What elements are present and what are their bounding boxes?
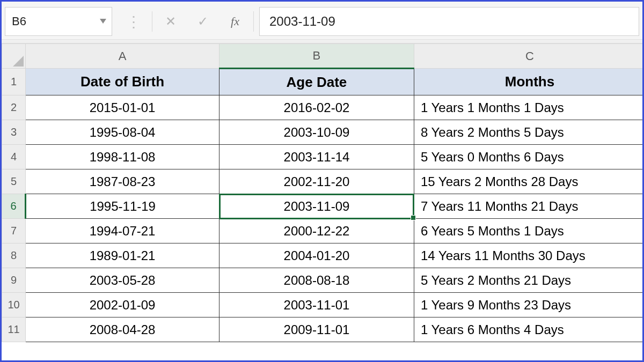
formula-bar-area: B6 ⋮ ✕ ✓ fx 2003-11-09 bbox=[2, 2, 642, 39]
cell-B5[interactable]: 2002-11-20 bbox=[219, 169, 414, 194]
cell-C4[interactable]: 5 Years 0 Months 6 Days bbox=[414, 145, 642, 169]
cell-B10[interactable]: 2003-11-01 bbox=[219, 293, 414, 317]
cell-C6[interactable]: 7 Years 11 Months 21 Days bbox=[414, 194, 642, 219]
cell-A5[interactable]: 1987-08-23 bbox=[26, 169, 219, 194]
app-window: B6 ⋮ ✕ ✓ fx 2003-11-09 bbox=[0, 0, 644, 362]
confirm-icon[interactable]: ✓ bbox=[187, 7, 219, 36]
cell-A11[interactable]: 2008-04-28 bbox=[26, 317, 219, 342]
table-row: 3 1995-08-04 2003-10-09 8 Years 2 Months… bbox=[2, 120, 643, 145]
row-header-9[interactable]: 9 bbox=[2, 268, 26, 293]
cell-C9[interactable]: 5 Years 2 Months 21 Days bbox=[414, 268, 642, 293]
divider bbox=[253, 11, 254, 32]
formula-input-value: 2003-11-09 bbox=[269, 14, 335, 29]
fx-button[interactable]: fx bbox=[219, 7, 251, 36]
header-cell-B1[interactable]: Age Date bbox=[219, 69, 414, 95]
worksheet[interactable]: A B C 1 Date of Birth Age Date Months 2 … bbox=[2, 43, 642, 360]
cell-B11[interactable]: 2009-11-01 bbox=[219, 317, 414, 342]
name-box[interactable]: B6 bbox=[5, 7, 112, 36]
cell-B9[interactable]: 2008-08-18 bbox=[219, 268, 414, 293]
cell-C7[interactable]: 6 Years 5 Months 1 Days bbox=[414, 219, 642, 243]
col-header-C[interactable]: C bbox=[414, 44, 642, 69]
svg-marker-0 bbox=[100, 19, 106, 24]
row-header-7[interactable]: 7 bbox=[2, 219, 26, 243]
col-header-A[interactable]: A bbox=[26, 44, 219, 69]
col-header-B[interactable]: B bbox=[219, 44, 414, 69]
table-row: 6 1995-11-19 2003-11-09 7 Years 11 Month… bbox=[2, 194, 643, 219]
formula-bar: B6 ⋮ ✕ ✓ fx 2003-11-09 bbox=[5, 7, 639, 36]
cell-A6[interactable]: 1995-11-19 bbox=[26, 194, 219, 219]
table-row: 9 2003-05-28 2008-08-18 5 Years 2 Months… bbox=[2, 268, 643, 293]
table-row: 4 1998-11-08 2003-11-14 5 Years 0 Months… bbox=[2, 145, 643, 169]
formula-input[interactable]: 2003-11-09 bbox=[259, 7, 639, 36]
cell-A9[interactable]: 2003-05-28 bbox=[26, 268, 219, 293]
grid: A B C 1 Date of Birth Age Date Months 2 … bbox=[2, 43, 642, 342]
cell-B2[interactable]: 2016-02-02 bbox=[219, 95, 414, 120]
cancel-icon[interactable]: ✕ bbox=[155, 7, 187, 36]
table-row: 7 1994-07-21 2000-12-22 6 Years 5 Months… bbox=[2, 219, 643, 243]
more-icon[interactable]: ⋮ bbox=[118, 7, 150, 36]
row-header-3[interactable]: 3 bbox=[2, 120, 26, 145]
cell-B3[interactable]: 2003-10-09 bbox=[219, 120, 414, 145]
cell-A2[interactable]: 2015-01-01 bbox=[26, 95, 219, 120]
table-row: 10 2002-01-09 2003-11-01 1 Years 9 Month… bbox=[2, 293, 643, 317]
divider bbox=[2, 39, 642, 43]
table-row: 8 1989-01-21 2004-01-20 14 Years 11 Mont… bbox=[2, 243, 643, 268]
table-row: 5 1987-08-23 2002-11-20 15 Years 2 Month… bbox=[2, 169, 643, 194]
header-cell-C1[interactable]: Months bbox=[414, 69, 642, 95]
cell-C5[interactable]: 15 Years 2 Months 28 Days bbox=[414, 169, 642, 194]
cell-A3[interactable]: 1995-08-04 bbox=[26, 120, 219, 145]
table-row: 2 2015-01-01 2016-02-02 1 Years 1 Months… bbox=[2, 95, 643, 120]
cell-C11[interactable]: 1 Years 6 Months 4 Days bbox=[414, 317, 642, 342]
cell-B6[interactable]: 2003-11-09 bbox=[219, 194, 414, 219]
cell-C8[interactable]: 14 Years 11 Months 30 Days bbox=[414, 243, 642, 268]
table-row: 1 Date of Birth Age Date Months bbox=[2, 69, 643, 95]
row-header-4[interactable]: 4 bbox=[2, 145, 26, 169]
divider bbox=[152, 11, 152, 32]
cell-B8[interactable]: 2004-01-20 bbox=[219, 243, 414, 268]
column-headers: A B C bbox=[2, 44, 643, 69]
cell-B7[interactable]: 2000-12-22 bbox=[219, 219, 414, 243]
row-header-6[interactable]: 6 bbox=[2, 194, 26, 219]
select-all-corner[interactable] bbox=[2, 44, 26, 69]
row-header-11[interactable]: 11 bbox=[2, 317, 26, 342]
cell-A4[interactable]: 1998-11-08 bbox=[26, 145, 219, 169]
header-cell-A1[interactable]: Date of Birth bbox=[26, 69, 219, 95]
table-row: 11 2008-04-28 2009-11-01 1 Years 6 Month… bbox=[2, 317, 643, 342]
name-box-value: B6 bbox=[12, 14, 26, 28]
row-header-2[interactable]: 2 bbox=[2, 95, 26, 120]
chevron-down-icon[interactable] bbox=[100, 19, 106, 24]
cell-A7[interactable]: 1994-07-21 bbox=[26, 219, 219, 243]
formula-bar-buttons: ⋮ ✕ ✓ fx bbox=[118, 7, 256, 36]
cell-C2[interactable]: 1 Years 1 Months 1 Days bbox=[414, 95, 642, 120]
cell-C3[interactable]: 8 Years 2 Months 5 Days bbox=[414, 120, 642, 145]
row-header-1[interactable]: 1 bbox=[2, 69, 26, 95]
cell-C10[interactable]: 1 Years 9 Months 23 Days bbox=[414, 293, 642, 317]
cell-A10[interactable]: 2002-01-09 bbox=[26, 293, 219, 317]
row-header-8[interactable]: 8 bbox=[2, 243, 26, 268]
row-header-10[interactable]: 10 bbox=[2, 293, 26, 317]
cell-A8[interactable]: 1989-01-21 bbox=[26, 243, 219, 268]
row-header-5[interactable]: 5 bbox=[2, 169, 26, 194]
cell-B4[interactable]: 2003-11-14 bbox=[219, 145, 414, 169]
